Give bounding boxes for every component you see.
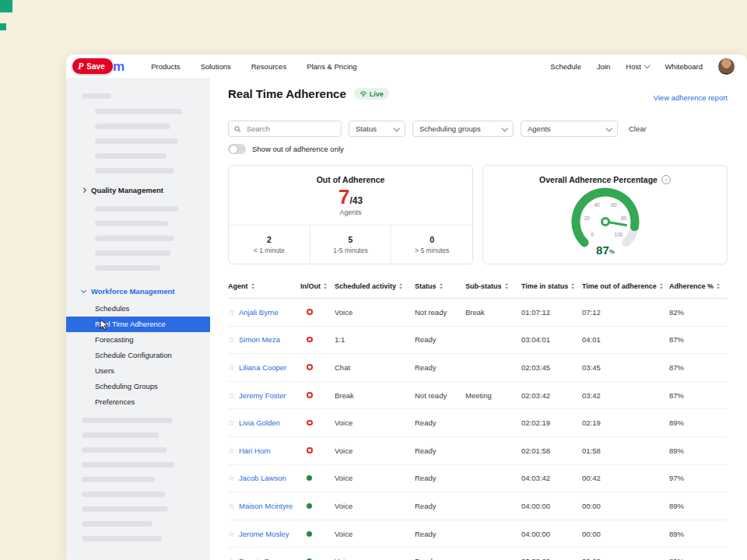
- star-icon[interactable]: ☆: [228, 418, 235, 427]
- status-cell: Ready: [415, 335, 465, 344]
- dropdown-label: Status: [356, 124, 377, 133]
- column-header-sub-status[interactable]: Sub-status: [465, 282, 521, 290]
- time-out-of-adherence-cell: 03:42: [582, 391, 669, 400]
- sidebar-section-workforce-management[interactable]: Workforce Management: [82, 287, 175, 296]
- star-icon[interactable]: ☆: [228, 502, 235, 510]
- decorative-square: [0, 23, 6, 30]
- sidebar-item-users[interactable]: Users: [66, 363, 210, 379]
- time-out-of-adherence-cell: 00:00: [582, 557, 669, 560]
- gauge-tick-label: 60: [611, 202, 617, 208]
- status-cell: Ready: [415, 446, 465, 455]
- bucket-label: 1-5 minutes: [333, 247, 367, 254]
- nav-item-products[interactable]: Products: [151, 62, 181, 71]
- star-icon[interactable]: ☆: [228, 557, 235, 560]
- star-icon[interactable]: ☆: [228, 474, 235, 482]
- column-header-status[interactable]: Status: [415, 282, 465, 290]
- nav-item-join[interactable]: Join: [597, 62, 610, 71]
- out-of-adherence-dot: [307, 447, 313, 453]
- column-header-scheduled-activity[interactable]: Scheduled activity: [335, 282, 415, 290]
- sidebar-section-quality-management[interactable]: Quality Management: [82, 186, 163, 194]
- sidebar-item-preferences[interactable]: Preferences: [66, 394, 210, 410]
- in-out-cell: [300, 530, 335, 538]
- agent-link[interactable]: Jeremy Foster: [239, 391, 286, 400]
- nav-item-plans-pricing[interactable]: Plans & Pricing: [307, 62, 356, 71]
- agent-link[interactable]: Reggie Pearson: [239, 557, 292, 560]
- time-out-of-adherence-cell: 04:01: [582, 335, 669, 344]
- view-adherence-report-link[interactable]: View adherence report: [654, 93, 728, 102]
- column-header-adherence-[interactable]: Adherence %: [669, 282, 728, 290]
- agent-link[interactable]: Livia Golden: [239, 418, 280, 427]
- star-icon[interactable]: ☆: [228, 308, 235, 317]
- adherence-cell: 89%: [669, 557, 728, 560]
- nav-item-host[interactable]: Host: [626, 62, 649, 71]
- pinterest-save-button[interactable]: Save: [72, 58, 113, 74]
- scheduling-groups-filter-dropdown[interactable]: Scheduling groups: [412, 121, 514, 137]
- live-signal-icon: [359, 90, 367, 97]
- nav-item-resources[interactable]: Resources: [251, 62, 286, 71]
- sidebar-item-forecasting[interactable]: Forecasting: [66, 332, 210, 348]
- sidebar-item-real-time-adherence[interactable]: Real Time Adherence: [66, 317, 210, 332]
- star-icon[interactable]: ☆: [228, 335, 235, 344]
- svg-text:87%: 87%: [596, 243, 615, 257]
- agent-link[interactable]: Jerome Mosley: [239, 530, 289, 538]
- user-avatar[interactable]: [718, 58, 735, 75]
- agent-link[interactable]: Simon Meza: [239, 335, 280, 344]
- status-cell: Ready: [415, 502, 465, 510]
- sort-icon[interactable]: [251, 283, 254, 289]
- status-filter-dropdown[interactable]: Status: [349, 121, 405, 137]
- host-label: Host: [626, 62, 641, 71]
- out-of-adherence-card: Out of Adherence 7 /43 Agents 2 < 1 minu…: [228, 165, 473, 264]
- sort-icon[interactable]: [717, 283, 720, 289]
- agent-link[interactable]: Hari Horn: [239, 446, 271, 455]
- sort-icon[interactable]: [571, 283, 574, 289]
- star-icon[interactable]: ☆: [228, 391, 235, 400]
- sort-icon[interactable]: [660, 283, 663, 289]
- skeleton-bar: [95, 138, 178, 144]
- column-header-time-out-of-adherence[interactable]: Time out of adherence: [582, 282, 669, 290]
- column-header-in-out[interactable]: In/Out: [300, 282, 335, 290]
- sub-status-cell: Break: [465, 308, 521, 317]
- sort-icon[interactable]: [505, 283, 508, 289]
- search-input[interactable]: [245, 124, 335, 134]
- skeleton-bar: [95, 250, 170, 256]
- secondary-nav: Schedule Join Host Whiteboard: [550, 58, 735, 75]
- sidebar-item-scheduling-groups[interactable]: Scheduling Groups: [66, 379, 210, 394]
- agents-filter-dropdown[interactable]: Agents: [521, 121, 618, 137]
- table-row: ☆Liliana CooperChatReady02:03:4503:4587%: [228, 354, 728, 382]
- sidebar-item-schedule-configuration[interactable]: Schedule Configuration: [66, 348, 210, 363]
- skeleton-bar: [95, 168, 174, 173]
- scheduled-activity-cell: Break: [335, 391, 415, 400]
- search-box[interactable]: [228, 121, 342, 137]
- in-adherence-dot: [307, 531, 312, 537]
- time-out-of-adherence-cell: 01:58: [582, 446, 669, 455]
- sort-icon[interactable]: [440, 283, 443, 289]
- status-cell: Not ready: [415, 308, 465, 317]
- out-of-adherence-toggle[interactable]: [228, 144, 246, 154]
- column-label: Time in status: [521, 282, 568, 290]
- skeleton-bar: [82, 521, 153, 527]
- agent-link[interactable]: Anjali Byrne: [239, 308, 279, 317]
- clear-filters-button[interactable]: Clear: [629, 124, 647, 133]
- nav-item-solutions[interactable]: Solutions: [201, 62, 231, 71]
- sidebar-item-schedules[interactable]: Schedules: [66, 301, 210, 317]
- column-header-time-in-status[interactable]: Time in status: [521, 282, 582, 290]
- nav-item-whiteboard[interactable]: Whiteboard: [665, 62, 703, 71]
- column-header-agent[interactable]: Agent: [228, 282, 300, 290]
- dropdown-label: Agents: [528, 124, 551, 133]
- table-header: AgentIn/OutScheduled activityStatusSub-s…: [228, 275, 728, 299]
- star-icon[interactable]: ☆: [228, 530, 235, 538]
- app-logo[interactable]: m: [113, 60, 124, 73]
- star-icon[interactable]: ☆: [228, 363, 235, 372]
- star-icon[interactable]: ☆: [228, 446, 235, 455]
- agent-link[interactable]: Jacob Lawson: [239, 474, 286, 482]
- out-of-adherence-count: 7 /43: [229, 187, 472, 207]
- out-of-adherence-dot: [307, 337, 313, 343]
- nav-item-schedule[interactable]: Schedule: [550, 62, 581, 71]
- sort-icon[interactable]: [324, 283, 327, 289]
- adherence-cell: 89%: [669, 530, 728, 538]
- adherence-cell: 87%: [669, 391, 728, 400]
- scheduled-activity-cell: Voice: [335, 502, 415, 510]
- agent-link[interactable]: Maison Mcintyre: [239, 502, 293, 510]
- sort-icon[interactable]: [399, 283, 402, 289]
- agent-link[interactable]: Liliana Cooper: [239, 363, 286, 372]
